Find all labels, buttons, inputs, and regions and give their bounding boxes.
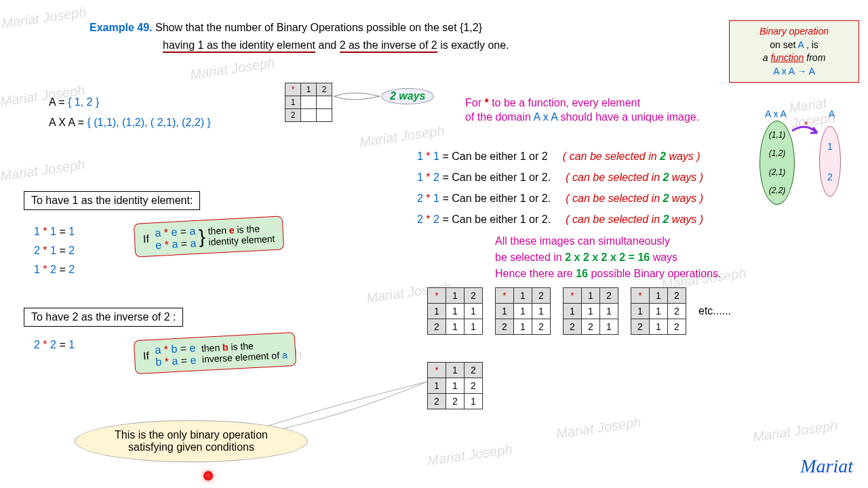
ex-table-4: *12112212 bbox=[631, 287, 686, 335]
c2n: ( can be selected in bbox=[566, 192, 663, 204]
c0a: 1 bbox=[417, 150, 423, 162]
c1a: 1 bbox=[417, 171, 423, 183]
watermark: Mariat Joseph bbox=[752, 418, 839, 445]
tbl-h2: 2 bbox=[317, 83, 332, 96]
c1n: ( can be selected in bbox=[566, 171, 663, 183]
map-arrow bbox=[789, 121, 823, 141]
identity-header: To have 1 as the identity element: bbox=[24, 191, 200, 210]
c3w: ways ) bbox=[669, 214, 703, 225]
invbox-if: If bbox=[143, 350, 150, 361]
c0op: * bbox=[426, 150, 430, 162]
ft-l2b: A x A bbox=[534, 111, 558, 123]
c3op: * bbox=[426, 214, 430, 225]
combo-row: 2 * 1 = Can be either 1 or 2. ( can be s… bbox=[417, 189, 703, 208]
title-underline1: having 1 as the identity element bbox=[163, 39, 315, 53]
ft-l1c: to be a function, every element bbox=[489, 97, 640, 108]
ways-callout: 2 ways bbox=[381, 88, 434, 104]
c3n: ( can be selected in bbox=[566, 214, 663, 225]
watermark: Mariat Joseph bbox=[1, 4, 87, 31]
sel-l3c: possible Binary operations. bbox=[588, 268, 722, 279]
defin-l2c: , is bbox=[804, 39, 818, 50]
ft-l1a: For bbox=[465, 97, 484, 108]
c1op: * bbox=[426, 171, 430, 183]
ex-table-3: *12111221 bbox=[563, 287, 618, 335]
sel-l2c: ways bbox=[650, 251, 677, 263]
tbl-h1: 1 bbox=[301, 83, 317, 96]
defin-l1: Binary operation bbox=[736, 25, 852, 39]
small-op-table: *12 1 2 bbox=[285, 83, 332, 122]
c3b: 2 bbox=[433, 214, 439, 225]
axa-set: { (1,1), (1,2), ( 2,1), (2,2) } bbox=[87, 117, 211, 128]
set-A: A = { 1, 2 } bbox=[49, 96, 99, 108]
dom-22: (2,2) bbox=[769, 186, 786, 195]
inverse-rule-box: If a * b = e b * a = e then b is theinve… bbox=[134, 332, 297, 374]
tbl-r2: 2 bbox=[285, 109, 301, 122]
example-title: Example 49. Show that the number of Bina… bbox=[90, 22, 482, 34]
c1rhs: Can be either 1 or 2. bbox=[452, 171, 551, 183]
title-line2: having 1 as the identity element and 2 a… bbox=[163, 39, 509, 52]
combo-row: 1 * 1 = Can be either 1 or 2 ( can be se… bbox=[417, 147, 703, 166]
ex-table-2: *12111212 bbox=[495, 287, 551, 335]
defin-l4: A x A → A bbox=[736, 65, 852, 79]
example-label: Example 49. bbox=[90, 22, 153, 33]
selection-text: All these images can simultaneously be s… bbox=[495, 233, 722, 282]
signature: Mariat bbox=[800, 455, 853, 477]
c0rhs: Can be either 1 or 2 bbox=[452, 150, 547, 162]
co-2: 2 bbox=[827, 171, 833, 182]
c2rhs: Can be either 1 or 2. bbox=[452, 192, 551, 204]
set-AxA: A X A = { (1,1), (1,2), ( 2,1), (2,2) } bbox=[49, 117, 211, 129]
watermark: Mariat Joseph bbox=[555, 414, 642, 441]
watermark: Mariat Joseph bbox=[0, 157, 86, 184]
title-text1: Show that the number of Binary Operation… bbox=[155, 22, 482, 33]
ex-table-1: *12111211 bbox=[427, 287, 483, 335]
map-codomain-label: A bbox=[829, 108, 835, 119]
watermark: Mariat Joseph bbox=[189, 55, 276, 82]
inverse-header: To have 2 as the inverse of 2 : bbox=[24, 308, 183, 327]
c0w: ways ) bbox=[666, 150, 701, 162]
setA-lhs: A = bbox=[49, 96, 68, 108]
c2eq: = bbox=[442, 192, 448, 204]
speech-tail bbox=[251, 378, 441, 432]
identity-rule-box: If a * e = a e * a = a } then e is theid… bbox=[134, 216, 285, 257]
ft-l2c: should have a unique image. bbox=[557, 111, 699, 123]
laser-pointer bbox=[203, 471, 213, 481]
co-1: 1 bbox=[827, 141, 833, 152]
c0eq: = bbox=[442, 150, 448, 162]
dom-12: (1,2) bbox=[769, 148, 786, 158]
title-tail: is exactly one. bbox=[437, 39, 509, 51]
c2b: 1 bbox=[433, 192, 439, 204]
c3a: 2 bbox=[417, 214, 423, 225]
c1w: ways ) bbox=[669, 171, 703, 183]
identity-eqs: 1 * 1 = 1 2 * 1 = 2 1 * 2 = 2 bbox=[34, 222, 75, 279]
idbox-if: If bbox=[143, 233, 150, 245]
c3rhs: Can be either 1 or 2. bbox=[452, 214, 551, 225]
sel-l3b: 16 bbox=[576, 268, 588, 279]
combo-row: 2 * 2 = Can be either 1 or 2. ( can be s… bbox=[417, 210, 703, 229]
c2a: 2 bbox=[417, 192, 423, 204]
tbl-corner: * bbox=[285, 83, 301, 96]
c1eq: = bbox=[442, 171, 448, 183]
sel-l1: All these images can simultaneously bbox=[495, 233, 722, 249]
watermark: Mariat Joseph bbox=[427, 441, 513, 468]
c0b: 1 bbox=[433, 150, 439, 162]
defin-l2a: on set bbox=[770, 39, 797, 50]
combo-row: 1 * 2 = Can be either 1 or 2. ( can be s… bbox=[417, 168, 703, 187]
inverse-eq: 2 * 2 = 1 bbox=[34, 339, 75, 351]
c2w: ways ) bbox=[669, 192, 703, 204]
ft-l2a: of the domain bbox=[465, 111, 534, 123]
map-domain-label: A x A bbox=[765, 108, 787, 119]
sel-l2b: 2 x 2 x 2 x 2 = 16 bbox=[565, 251, 650, 263]
tbl-r1: 1 bbox=[285, 96, 301, 109]
defin-l3c: from bbox=[804, 52, 825, 63]
title-and: and bbox=[315, 39, 340, 51]
setA-set: { 1, 2 } bbox=[68, 96, 99, 108]
defin-l3b: function bbox=[770, 52, 804, 63]
function-text: For * to be a function, every element of… bbox=[465, 95, 699, 125]
etc-text: etc...... bbox=[698, 305, 731, 317]
speech-l1: This is the only binary operation bbox=[93, 429, 290, 441]
example-tables: *12111211 *12111212 *12111221 *12112212 … bbox=[427, 287, 731, 335]
definition-box: Binary operation on set A , is a functio… bbox=[729, 20, 859, 83]
defin-l3a: a bbox=[763, 52, 771, 63]
title-underline2: 2 as the inverse of 2 bbox=[340, 39, 437, 53]
speech-bubble: This is the only binary operation satisf… bbox=[75, 420, 308, 462]
